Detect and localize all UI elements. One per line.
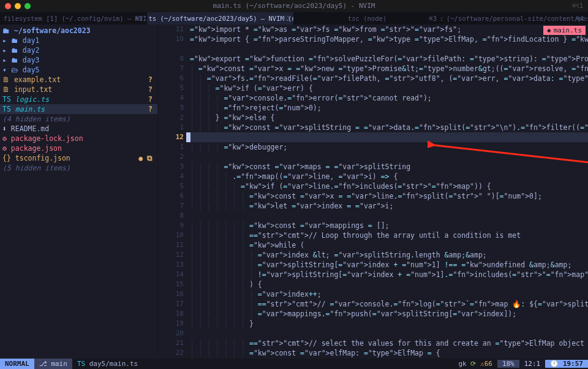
- window-title: main.ts (~/software/aoc2023/day5) - NVIM: [0, 2, 588, 10]
- tabline: neo-tree filesystem [1] (~/.config/nvim)…: [0, 12, 588, 25]
- git-status-icon: ● ⧉: [138, 153, 153, 163]
- tab-label: neo-tree filesystem [1] (~/.config/nvim)…: [0, 15, 147, 22]
- diagnostic-warn-icon: ⚠: [480, 360, 484, 368]
- branch-name: main: [51, 360, 67, 368]
- file-package-json[interactable]: ⚙ package.json: [0, 143, 157, 153]
- file-logic-ts[interactable]: TS logic.ts?: [0, 94, 157, 104]
- dir-day3[interactable]: ▸ 🖿 day3: [0, 55, 157, 65]
- git-status-icon: ?: [148, 75, 153, 85]
- filetype-icon: TS: [77, 360, 85, 368]
- root-path: ~/software/aoc2023: [14, 26, 91, 36]
- window-titlebar: main.ts (~/software/aoc2023/day5) - NVIM…: [0, 0, 588, 12]
- file-segment: TS day5/main.ts: [72, 359, 143, 369]
- file-input-txt[interactable]: 🗎 input.txt?: [0, 85, 157, 94]
- cursor-position: 12:1: [519, 360, 546, 368]
- tab-shortcut: ⌘1: [135, 15, 143, 22]
- hidden-items-note: (5 hidden items): [0, 163, 157, 173]
- lsp-name: gk: [459, 360, 467, 368]
- hidden-items-note: (4 hidden items): [0, 114, 157, 124]
- git-status-icon: ?: [148, 94, 153, 104]
- file-tsconfig-json[interactable]: {} tsconfig.json● ⧉: [0, 153, 157, 163]
- git-status-icon: ?: [148, 104, 153, 114]
- statusline: NORMAL ⎇ main TS day5/main.ts gk ⟳ ⚠ 66 …: [0, 359, 588, 369]
- scroll-percent: 18%: [497, 360, 519, 368]
- diagnostic-count: 66: [484, 360, 492, 368]
- file-explorer[interactable]: 🖿 ~/software/aoc2023 ▸ 🖿 day1 ▸ 🖿 day2 ▸…: [0, 25, 158, 359]
- file-main-ts[interactable]: TS main.ts?: [0, 104, 157, 114]
- dir-day1[interactable]: ▸ 🖿 day1: [0, 36, 157, 45]
- tab-shortcut: ⌘2: [282, 15, 290, 22]
- tab-tsc[interactable]: tsc (node) ⌘3: [294, 12, 441, 25]
- explorer-root[interactable]: 🖿 ~/software/aoc2023: [0, 26, 157, 36]
- code-area[interactable]: ="kw">import * ="kw">as ="var">fs ="kw">…: [190, 25, 588, 359]
- tab-main-ts[interactable]: main.ts (~/software/aoc2023/day5) – NVIM…: [147, 12, 294, 25]
- file-readme-md[interactable]: ⬇ README.md: [0, 124, 157, 134]
- file-path: day5/main.ts: [89, 360, 138, 368]
- lsp-segment: gk ⟳ ⚠ 66: [454, 360, 497, 368]
- tab-shortcut: ⌘4: [576, 15, 584, 22]
- clock-icon: 🕐: [550, 360, 559, 368]
- clock: 🕐 19:57: [545, 360, 588, 368]
- tab-label: index.mdx (~/software/personal-site/cont…: [441, 15, 588, 22]
- tab-label: main.ts (~/software/aoc2023/day5) – NVIM…: [147, 15, 294, 22]
- mode-indicator: NORMAL: [0, 359, 34, 369]
- tab-index-mdx[interactable]: index.mdx (~/software/personal-site/cont…: [441, 12, 588, 25]
- git-status-icon: ?: [148, 85, 153, 94]
- branch-icon: ⎇: [39, 360, 47, 368]
- git-branch: ⎇ main: [34, 359, 72, 369]
- tab-neotree[interactable]: neo-tree filesystem [1] (~/.config/nvim)…: [0, 12, 147, 25]
- cursor: [186, 132, 190, 142]
- dir-day5[interactable]: ▾ 🗁 day5: [0, 65, 157, 75]
- file-package-lock[interactable]: ⚙ package-lock.json: [0, 134, 157, 143]
- file-example-txt[interactable]: 🗎 example.txt?: [0, 75, 157, 85]
- clock-time: 19:57: [563, 360, 583, 368]
- line-number-gutter: 1110876543211212345678910111213141516171…: [172, 25, 186, 359]
- window-shortcut: ⌘⌥1: [572, 2, 583, 9]
- reload-icon: ⟳: [470, 360, 476, 368]
- editor-pane[interactable]: ◆ main.ts 111087654321121234567891011121…: [158, 25, 588, 359]
- main-split: 🖿 ~/software/aoc2023 ▸ 🖿 day1 ▸ 🖿 day2 ▸…: [0, 25, 588, 359]
- tab-label: tsc (node): [348, 15, 386, 22]
- dir-day2[interactable]: ▸ 🖿 day2: [0, 45, 157, 55]
- tab-shortcut: ⌘3: [429, 15, 437, 22]
